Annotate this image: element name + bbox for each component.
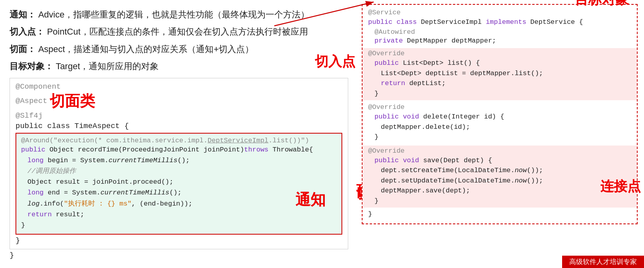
save-line3: deptMapper.save(dept); <box>368 186 631 196</box>
save-line1: dept.setCreateTime(LocalDateTime.now()); <box>368 165 631 176</box>
aspect-annotation: @Aspect <box>16 97 47 105</box>
aspect-code-box: @Component @Aspect 切面类 @Slf4j public cla… <box>10 78 348 250</box>
around-line3: //调用原始操作 <box>21 166 337 177</box>
right-closing: } <box>368 209 631 219</box>
aspect-chinese-label: 切面类 <box>50 91 95 111</box>
bottom-bar: 高级软件人才培训专家 <box>562 256 644 268</box>
private-line: private DeptMapper deptMapper; <box>374 36 631 46</box>
qiedian-label: 切入点 <box>315 52 355 71</box>
list-line2: return deptList; <box>368 78 631 89</box>
concept-advice: 通知： Advice，指哪些重复的逻辑，也就是共性功能（最终体现为一个方法） <box>10 7 348 22</box>
around-line8: } <box>21 220 337 231</box>
override-3: @Override <box>368 147 631 155</box>
slf4j-annotation: @Slf4j <box>16 111 342 120</box>
section-save: @Override public void save(Dept dept) { … <box>363 146 637 208</box>
public-class-line: public class TimeAspect { <box>16 122 342 130</box>
target-text: Target，通知所应用的对象 <box>56 61 159 71</box>
target-label: 目标对象： <box>10 61 53 71</box>
around-line1: public Object recordTime(ProceedingJoinP… <box>21 144 337 155</box>
advice-text: Advice，指哪些重复的逻辑，也就是共性功能（最终体现为一个方法） <box>38 10 309 19</box>
delete-close: } <box>368 132 631 142</box>
right-code-container: 目标对象 @Service public class DeptServiceIm… <box>362 4 638 224</box>
advice-label: 通知： <box>10 10 36 19</box>
around-line5: long end = System.currentTimeMillis(); <box>21 187 337 198</box>
around-code-box: 切入点表达式 @Around("execution(* com.itheima.… <box>16 133 342 235</box>
right-panel: 目标对象 @Service public class DeptServiceIm… <box>358 0 644 268</box>
concept-pointcut: 切入点： PointCut，匹配连接点的条件，通知仅会在切入点方法执行时被应用 <box>10 24 348 39</box>
tongzhi-label: 通知 <box>295 190 326 210</box>
around-line7: return result; <box>21 209 337 220</box>
save-close: } <box>368 196 631 206</box>
override-2: @Override <box>368 103 631 111</box>
aspect-text: Aspect，描述通知与切入点的对应关系（通知+切入点） <box>38 44 254 54</box>
concept-target: 目标对象： Target，通知所应用的对象 <box>10 59 348 74</box>
list-close: } <box>368 89 631 99</box>
save-line2: dept.setUpdateTime(LocalDateTime.now()); <box>368 176 631 186</box>
concept-aspect: 切面： Aspect，描述通知与切入点的对应关系（通知+切入点） <box>10 42 348 56</box>
around-line2: long begin = System.currentTimeMillis(); <box>21 155 337 166</box>
override-1: @Override <box>368 50 631 57</box>
service-annotation: @Service <box>368 9 631 16</box>
pointcut-text: PointCut，匹配连接点的条件，通知仅会在切入点方法执行时被应用 <box>47 27 308 37</box>
aspect-label: 切面： <box>10 44 36 54</box>
save-method-sig: public void save(Dept dept) { <box>368 155 631 166</box>
section-delete: @Override public void delete(Integer id)… <box>363 102 637 144</box>
delete-line1: deptMapper.delete(id); <box>368 122 631 132</box>
list-method-sig: public List<Dept> list() { <box>368 58 631 68</box>
left-panel: 通知： Advice，指哪些重复的逻辑，也就是共性功能（最终体现为一个方法） 切… <box>0 0 358 268</box>
autowired-annotation: @Autowired <box>374 28 631 36</box>
outer-closing-brace: } <box>10 251 348 260</box>
list-line1: List<Dept> deptList = deptMapper.list(); <box>368 68 631 79</box>
right-public-class: public class DeptServiceImpl implements … <box>368 17 631 27</box>
around-line4: Object result = joinPoint.proceed(); <box>21 177 337 187</box>
section-list: @Override public List<Dept> list() { Lis… <box>363 48 637 100</box>
lianjiedian-label: 连接点 <box>600 177 641 196</box>
around-annotation: @Around("execution(* com.itheima.service… <box>21 137 337 144</box>
mubiao-label: 目标对象 <box>575 0 629 9</box>
around-line6: log.info("执行耗时 : {} ms", (end-begin)); <box>21 198 337 209</box>
aspect-closing-brace: } <box>16 236 342 245</box>
component-annotation: @Component <box>16 82 342 91</box>
pointcut-label: 切入点： <box>10 27 45 37</box>
delete-method-sig: public void delete(Integer id) { <box>368 112 631 122</box>
